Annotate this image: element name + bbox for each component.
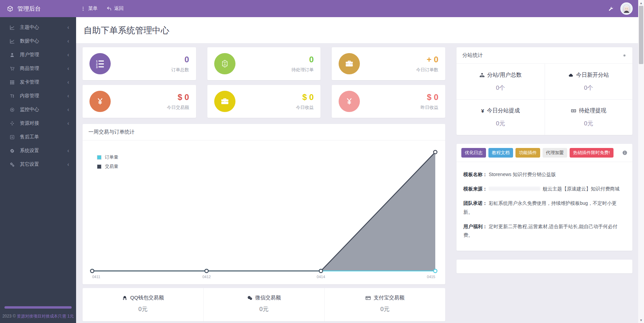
chart-line-icon (9, 39, 15, 44)
pay-stat-cell: QQ钱包交易额 0元 (83, 288, 204, 321)
promo-badge[interactable]: 代理加盟 (543, 148, 567, 158)
user-icon (9, 52, 15, 58)
substation-cell-label: 今日新开分站 (576, 72, 609, 79)
scroll-up-arrow[interactable]: ▲ (638, 0, 644, 6)
scroll-down-arrow[interactable]: ▼ (638, 317, 644, 323)
right-column: 分站统计 分站/用户总数 0个 今日新开分站 0个 ¥ 今日分站提成 0元 待处… (457, 47, 632, 273)
sidebar-item[interactable]: 系统设置 ‹ (0, 144, 76, 158)
yen-text-icon: ¥ (481, 108, 484, 113)
x-axis-label: 0411 (92, 275, 100, 279)
cloud-icon (568, 73, 573, 78)
stat-card: 123 0 订单总数 (83, 47, 196, 80)
reply-icon (107, 6, 112, 11)
menu-button[interactable]: 菜单 (76, 0, 102, 17)
sidebar-item-label: 监控中心 (20, 107, 39, 113)
yen-icon (89, 91, 111, 112)
substation-cell: ¥ 今日分站提成 0元 (457, 99, 545, 135)
sidebar-divider-bar (4, 306, 72, 309)
chevron-left-icon: ‹ (67, 24, 69, 31)
promo-paragraph: 用户福利： 定时更新二开教程,运营素材,适合新手站长,能自己动手何必付费。 (463, 222, 625, 240)
substation-cell-label: 分站/用户总数 (487, 72, 522, 79)
stat-cards: 123 0 订单总数 0 待处理订单 + 0 今日订单数 $ 0 今日交易额 $… (83, 47, 445, 118)
chevron-left-icon: ‹ (67, 65, 69, 72)
sidebar-item-label: 数据中心 (20, 38, 39, 44)
pay-stat-label: 支付宝交易额 (374, 295, 404, 301)
promo-badge[interactable]: 优化日志 (461, 148, 486, 158)
chevron-left-icon: ‹ (67, 161, 69, 168)
sidebar-item-label: 商品管理 (20, 65, 39, 72)
sidebar-item-label: 发卡管理 (20, 79, 39, 85)
sidebar-item[interactable]: 主题中心 ‹ (0, 21, 76, 34)
yen-icon (339, 91, 360, 112)
content: 123 0 订单总数 0 待处理订单 + 0 今日订单数 $ 0 今日交易额 $… (76, 43, 638, 321)
legend-item[interactable]: 交易量 (97, 163, 118, 170)
wechat-icon (247, 295, 253, 301)
stat-card: $ 0 今日交易额 (83, 85, 196, 118)
chevron-left-icon: ‹ (67, 51, 69, 58)
menu-button-label: 菜单 (88, 5, 98, 12)
info-icon[interactable] (622, 150, 628, 156)
sidebar-item[interactable]: 商品管理 ‹ (0, 62, 76, 75)
chart-panel: 一周交易与订单统计 订单量 交易量 0411041204140415 (83, 124, 445, 284)
vertical-scrollbar[interactable]: ▲ ▼ (638, 0, 644, 323)
plus-square-icon (9, 135, 15, 140)
stat-label: 今日订单数 (416, 67, 438, 73)
copyright-year: 2023 © (2, 314, 16, 319)
left-column: 123 0 订单总数 0 待处理订单 + 0 今日订单数 $ 0 今日交易额 $… (83, 47, 445, 321)
substation-panel: 分站统计 分站/用户总数 0个 今日新开分站 0个 ¥ 今日分站提成 0元 待处… (457, 47, 632, 135)
legend-swatch (97, 164, 101, 169)
record-icon (9, 107, 15, 112)
scrollbar-thumb[interactable] (639, 6, 643, 64)
legend-item[interactable]: 订单量 (97, 154, 118, 160)
sidebar-item[interactable]: 用户管理 ‹ (0, 48, 76, 62)
substation-cell-label: 今日分站提成 (487, 107, 520, 114)
substation-cell-value: 0个 (496, 84, 505, 92)
sidebar-item[interactable]: 发卡管理 ‹ (0, 75, 76, 89)
chart-panel-head: 一周交易与订单统计 (83, 124, 445, 140)
qq-icon (122, 295, 127, 301)
back-button[interactable]: 返回 (102, 0, 128, 17)
chevron-left-icon: ‹ (67, 92, 69, 99)
briefcase-icon (339, 53, 360, 74)
stat-value: 0 (171, 55, 189, 64)
substation-cell-value: 0个 (584, 84, 593, 92)
topbar-right (608, 2, 638, 15)
copyright-link[interactable]: 资源对接项目对接成本只需 1元 (17, 314, 74, 319)
legend-label: 订单量 (105, 154, 118, 160)
topbar-nav: 菜单 返回 (76, 0, 128, 17)
sidebar-item[interactable]: 监控中心 ‹ (0, 103, 76, 116)
promo-badge[interactable]: 热销插件限时免费! (570, 148, 613, 158)
avatar[interactable] (620, 2, 633, 15)
sidebar-item[interactable]: 数据中心 ‹ (0, 34, 76, 48)
chevron-left-icon: ‹ (67, 79, 69, 86)
sidebar-item[interactable]: 内容管理 ‹ (0, 89, 76, 103)
list-ol-icon: 123 (89, 53, 111, 74)
redacted-text (489, 187, 540, 191)
stat-label: 今日交易额 (167, 104, 189, 111)
pay-stat-cell: 支付宝交易额 0元 (325, 288, 445, 321)
substation-cell-label: 待处理提现 (579, 107, 606, 114)
substation-cell: 今日新开分站 0个 (545, 64, 633, 99)
money-bill-icon (571, 108, 576, 113)
chart-body: 订单量 交易量 0411041204140415 (83, 140, 445, 284)
substation-grid: 分站/用户总数 0个 今日新开分站 0个 ¥ 今日分站提成 0元 待处理提现 0… (457, 64, 632, 135)
promo-panel: 优化日志教程文档功能插件代理加盟热销插件限时免费! 模板名称： Storenew… (457, 144, 632, 251)
stat-value: $ 0 (296, 92, 314, 102)
main: 自助下单系统管理中心 123 0 订单总数 0 待处理订单 + 0 今日订单数 … (76, 0, 638, 321)
wrench-icon[interactable] (608, 6, 613, 11)
sidebar: 主题中心 ‹ 数据中心 ‹ 用户管理 ‹ 商品管理 ‹ 发卡管理 ‹ 内容管理 … (0, 17, 76, 323)
chevron-left-icon: ‹ (67, 106, 69, 113)
substation-cell-value: 0元 (584, 120, 593, 127)
dot-icon (622, 53, 627, 58)
sidebar-item[interactable]: 资源对接 ‹ (0, 116, 76, 130)
sidebar-item[interactable]: 售后工单 (0, 130, 76, 144)
badge-row: 优化日志教程文档功能插件代理加盟热销插件限时免费! (457, 144, 632, 162)
sidebar-item[interactable]: 其它设置 ‹ (0, 158, 76, 171)
pay-stat-value: 0元 (325, 305, 445, 313)
promo-badge[interactable]: 功能插件 (515, 148, 540, 158)
promo-badge[interactable]: 教程文档 (488, 148, 513, 158)
th-grid-icon (9, 80, 15, 85)
sidebar-item-label: 用户管理 (20, 52, 39, 58)
chevron-left-icon: ‹ (67, 120, 69, 127)
briefcase-icon (214, 91, 235, 112)
